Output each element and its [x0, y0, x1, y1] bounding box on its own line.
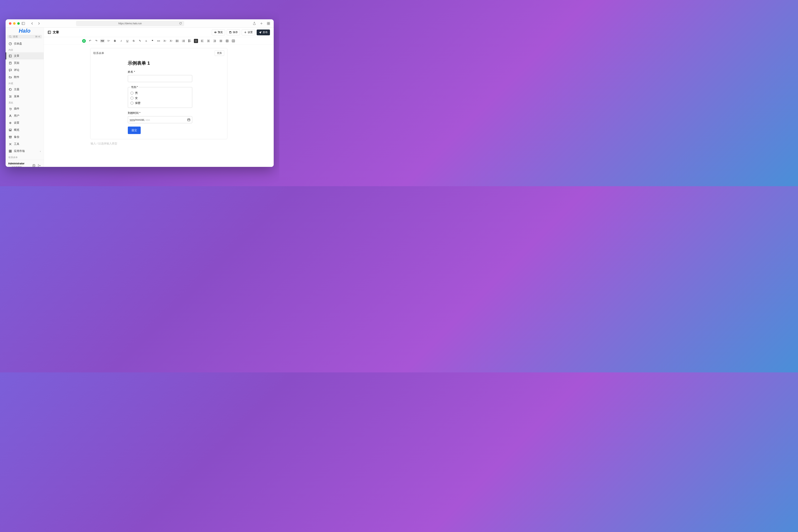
gender-female-option[interactable]: 女 — [131, 96, 190, 100]
add-block-button[interactable]: + — [82, 39, 86, 43]
svg-rect-2 — [267, 22, 268, 23]
sidebar-item-label: 概览 — [14, 128, 19, 132]
superscript-button[interactable]: X2 — [163, 39, 167, 43]
editor-toolbar: + ↶ ↷ H# TT B I U S ✎ A ❝ <> X2 X2 123 {… — [44, 37, 274, 45]
reload-icon[interactable] — [179, 22, 183, 25]
name-input[interactable] — [128, 75, 192, 82]
preview-button[interactable]: 预览 — [212, 30, 225, 35]
logout-icon[interactable] — [37, 164, 41, 167]
sidebar-item-posts[interactable]: 文章 — [6, 52, 44, 59]
svg-point-30 — [215, 32, 215, 33]
undo-button[interactable]: ↶ — [88, 39, 92, 43]
grid-icon — [8, 149, 12, 153]
sidebar-item-attachments[interactable]: 附件 — [6, 74, 44, 81]
align-left-button[interactable] — [200, 39, 204, 43]
folder-icon — [8, 75, 12, 79]
underline-button[interactable]: U — [125, 39, 130, 43]
svg-rect-64 — [188, 119, 190, 121]
minimize-window-button[interactable] — [13, 22, 16, 25]
quote-button[interactable]: ❝ — [150, 39, 154, 43]
back-button[interactable] — [30, 22, 34, 25]
sidebar-item-plugins[interactable]: 插件 — [6, 105, 44, 112]
sidebar-item-pages[interactable]: 页面 — [6, 59, 44, 66]
text-color-button[interactable]: A — [144, 39, 148, 43]
share-icon[interactable] — [252, 22, 256, 25]
nav-section-content: 内容 — [6, 47, 44, 52]
sidebar-item-settings[interactable]: 设置 — [6, 119, 44, 126]
gender-secret-option[interactable]: 保密 — [131, 100, 190, 106]
close-window-button[interactable] — [9, 22, 12, 25]
sidebar-item-dashboard[interactable]: 仪表盘 — [6, 40, 44, 47]
svg-rect-45 — [189, 40, 189, 40]
ordered-list-button[interactable]: 123 — [182, 39, 186, 43]
save-button[interactable]: 保存 — [227, 30, 240, 35]
strikethrough-button[interactable]: S — [132, 39, 136, 43]
code-block-button[interactable]: {} — [194, 39, 198, 43]
url-bar[interactable]: https://demo.halo.run — [76, 21, 184, 26]
user-name: Administrator — [8, 162, 30, 165]
sidebar-item-menus[interactable]: 菜单 — [6, 93, 44, 100]
gender-male-option[interactable]: 男 — [131, 91, 190, 96]
url-text: https://demo.halo.run — [118, 22, 142, 25]
chevron-right-icon: › — [40, 150, 41, 153]
sidebar-item-label: 评论 — [14, 68, 19, 72]
search-input[interactable]: 搜索 ⌘+K — [7, 35, 42, 38]
profile-icon[interactable] — [32, 164, 36, 167]
publish-button[interactable]: 发布 — [256, 30, 270, 35]
sidebar-item-label: 设置 — [14, 121, 19, 125]
sidebar-item-overview[interactable]: 概览 — [6, 126, 44, 133]
sidebar-item-market[interactable]: 应用市场› — [6, 148, 44, 155]
svg-rect-4 — [267, 24, 268, 25]
code-button[interactable]: <> — [156, 39, 160, 43]
eye-icon — [214, 31, 217, 34]
sidebar-item-comments[interactable]: 评论 — [6, 66, 44, 74]
archive-icon — [8, 135, 12, 139]
maximize-window-button[interactable] — [17, 22, 20, 25]
editor-canvas[interactable]: 联系表单 更换 示例表单 1 姓名 * 性别 * 男 — [44, 45, 274, 167]
submit-button[interactable]: 提交 — [128, 127, 141, 134]
sidebar-item-label: 附件 — [14, 75, 19, 79]
titlebar: https://demo.halo.run — [6, 19, 274, 27]
svg-rect-22 — [11, 150, 12, 151]
gear-icon — [8, 121, 12, 125]
sidebar-item-users[interactable]: 用户 — [6, 112, 44, 119]
svg-point-13 — [10, 89, 10, 89]
clear-format-button[interactable] — [225, 39, 229, 43]
main-area: 文章 预览 保存 设置 发布 + ↶ ↷ H# TT B I U S ✎ — [44, 27, 274, 167]
replace-button[interactable]: 更换 — [215, 50, 224, 56]
svg-point-33 — [176, 40, 176, 40]
sidebar-item-themes[interactable]: 主题 — [6, 86, 44, 93]
heading-button[interactable]: H# — [100, 39, 104, 43]
highlight-button[interactable]: ✎ — [138, 39, 142, 43]
bullet-list-button[interactable] — [175, 39, 179, 43]
logo[interactable]: Halo — [6, 27, 44, 34]
align-center-button[interactable] — [206, 39, 210, 43]
bold-button[interactable]: B — [113, 39, 117, 43]
align-justify-button[interactable] — [219, 39, 223, 43]
sidebar-toggle-icon[interactable] — [21, 22, 25, 25]
editor-placeholder[interactable]: 输入 / 以选择输入类型 — [90, 142, 227, 146]
italic-button[interactable]: I — [119, 39, 123, 43]
datetime-input[interactable]: yyyy/mm/dd, --:-- — [128, 116, 192, 123]
task-list-button[interactable] — [188, 39, 192, 43]
new-tab-icon[interactable] — [260, 22, 263, 25]
forward-button[interactable] — [37, 22, 41, 25]
text-size-button[interactable]: TT — [107, 39, 111, 43]
sidebar-item-backup[interactable]: 备份 — [6, 133, 44, 140]
redo-button[interactable]: ↷ — [94, 39, 98, 43]
svg-point-12 — [9, 88, 11, 90]
datetime-label: 到校时间 * — [128, 111, 219, 115]
sidebar-item-label: 备份 — [14, 135, 19, 139]
settings-button[interactable]: 设置 — [242, 30, 255, 35]
svg-point-32 — [245, 32, 246, 33]
svg-rect-24 — [11, 151, 12, 152]
tabs-grid-icon[interactable] — [267, 22, 270, 25]
svg-rect-3 — [269, 22, 270, 23]
layout-button[interactable] — [231, 39, 235, 43]
plug-icon — [8, 107, 12, 110]
sidebar-item-label: 文章 — [14, 54, 19, 58]
subscript-button[interactable]: X2 — [169, 39, 173, 43]
align-right-button[interactable] — [213, 39, 217, 43]
app-body: Halo 搜索 ⌘+K 仪表盘 内容 文章 页面 评论 附件 外观 主题 菜单 … — [6, 27, 274, 167]
sidebar-item-tools[interactable]: 工具 — [6, 140, 44, 148]
